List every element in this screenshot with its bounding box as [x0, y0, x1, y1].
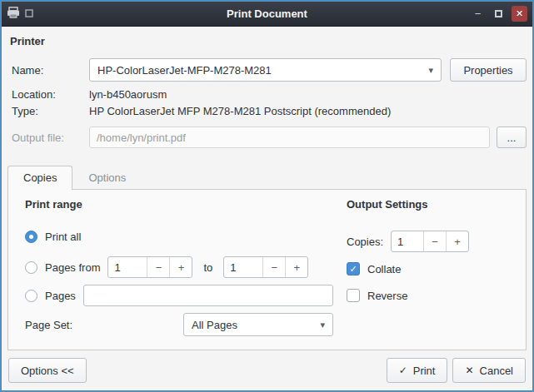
increment-button[interactable]: + — [446, 231, 468, 251]
chevron-down-icon: ▾ — [320, 320, 325, 330]
pages-radio[interactable] — [25, 290, 37, 302]
check-icon: ✓ — [399, 365, 407, 376]
minus-icon: − — [272, 261, 278, 274]
print-button[interactable]: ✓ Print — [387, 358, 448, 383]
pages-from-value: 1 — [114, 261, 120, 274]
printer-location-label: Location: — [7, 88, 89, 101]
browse-button[interactable]: ... — [497, 127, 527, 148]
output-file-input: /home/lyn/print.pdf — [89, 127, 490, 148]
collate-checkbox[interactable]: ✓ — [347, 262, 360, 275]
pages-label: Pages — [45, 290, 76, 302]
decrement-button[interactable]: − — [262, 257, 285, 277]
reverse-row[interactable]: Reverse — [347, 289, 526, 302]
plus-icon: + — [294, 261, 301, 274]
pages-row: Pages — [25, 285, 340, 306]
window-title: Print Document — [2, 7, 532, 20]
plus-icon: + — [178, 261, 185, 274]
copies-row: Copies: 1 − + — [347, 231, 526, 252]
close-icon: ✕ — [516, 9, 523, 18]
cancel-x-icon: ✕ — [465, 365, 473, 376]
pages-to-spinner[interactable]: 1 − + — [223, 256, 308, 278]
increment-button[interactable]: + — [285, 257, 307, 277]
pages-from-row: Pages from 1 − + to 1 — [25, 256, 340, 278]
print-dialog-window: Print Document − ✕ Printer Name: HP-Colo… — [0, 0, 534, 392]
tab-options[interactable]: Options — [72, 166, 142, 190]
collate-row[interactable]: ✓ Collate — [347, 262, 526, 275]
pages-from-radio[interactable] — [25, 261, 37, 274]
tab-bar: Copies Options — [7, 166, 527, 189]
print-all-label: Print all — [45, 231, 81, 243]
plus-icon: + — [454, 236, 461, 248]
output-file-label: Output file: — [7, 131, 89, 144]
chevron-down-icon: ▾ — [428, 65, 433, 76]
maximize-icon — [495, 10, 502, 17]
cancel-button-label: Cancel — [480, 365, 513, 377]
tab-copies[interactable]: Copies — [7, 166, 72, 190]
page-set-row: Page Set: All Pages ▾ — [25, 313, 340, 336]
pages-from-label: Pages from — [45, 261, 100, 274]
minimize-button[interactable]: − — [470, 6, 486, 22]
page-set-select[interactable]: All Pages ▾ — [183, 313, 333, 336]
printer-location-value: lyn-b450aorusm — [89, 88, 167, 101]
options-toggle-button[interactable]: Options << — [8, 358, 87, 383]
pages-input[interactable] — [83, 285, 333, 306]
print-range-group: Print range Print all Pages from 1 − — [8, 190, 340, 350]
printer-name-label: Name: — [7, 64, 89, 77]
page-set-label: Page Set: — [25, 319, 72, 331]
collate-label: Collate — [367, 263, 401, 275]
copies-input[interactable]: 1 — [392, 231, 423, 251]
printer-location-row: Location: lyn-b450aorusm — [7, 88, 527, 101]
to-label: to — [203, 261, 212, 274]
minus-icon: − — [432, 236, 438, 248]
app-menu-icon[interactable] — [25, 7, 33, 20]
copies-tab-panel: Print range Print all Pages from 1 − — [7, 189, 527, 350]
printer-type-label: Type: — [7, 105, 89, 117]
reverse-label: Reverse — [367, 290, 407, 302]
print-all-radio[interactable] — [25, 231, 37, 243]
dialog-content: Printer Name: HP-ColorLaserJet-MFP-M278-… — [2, 27, 532, 390]
properties-button[interactable]: Properties — [450, 58, 527, 82]
output-settings-heading: Output Settings — [347, 198, 526, 211]
maximize-button[interactable] — [491, 6, 507, 22]
minimize-icon: − — [475, 8, 482, 19]
printer-window-icon — [7, 7, 20, 21]
output-file-value: /home/lyn/print.pdf — [97, 131, 186, 144]
copies-spinner[interactable]: 1 − + — [391, 231, 469, 252]
decrement-button[interactable]: − — [147, 257, 169, 277]
copies-value: 1 — [397, 236, 403, 248]
printer-type-row: Type: HP ColorLaserJet MFP M278-M281 Pos… — [7, 105, 527, 117]
pages-to-input[interactable]: 1 — [224, 257, 262, 277]
printer-type-value: HP ColorLaserJet MFP M278-M281 Postscrip… — [89, 105, 391, 117]
printer-section-heading: Printer — [10, 35, 527, 47]
check-icon: ✓ — [349, 265, 357, 274]
output-settings-group: Output Settings Copies: 1 − + — [340, 190, 526, 350]
printer-name-value: HP-ColorLaserJet-MFP-M278-M281 — [97, 64, 272, 77]
dialog-footer: Options << ✓ Print ✕ Cancel — [7, 351, 527, 390]
minus-icon: − — [156, 261, 162, 274]
print-notebook: Copies Options Print range Print all Pag… — [7, 166, 527, 350]
cancel-button[interactable]: ✕ Cancel — [452, 358, 526, 383]
copies-label: Copies: — [347, 236, 383, 248]
print-button-label: Print — [413, 365, 436, 377]
close-button[interactable]: ✕ — [512, 6, 527, 22]
printer-name-row: Name: HP-ColorLaserJet-MFP-M278-M281 ▾ P… — [7, 58, 527, 82]
print-all-row[interactable]: Print all — [25, 231, 340, 243]
output-file-row: Output file: /home/lyn/print.pdf ... — [7, 127, 527, 148]
decrement-button[interactable]: − — [423, 231, 446, 251]
increment-button[interactable]: + — [169, 257, 192, 277]
pages-from-input[interactable]: 1 — [108, 257, 147, 277]
titlebar[interactable]: Print Document − ✕ — [2, 2, 532, 27]
printer-name-select[interactable]: HP-ColorLaserJet-MFP-M278-M281 ▾ — [89, 58, 442, 82]
pages-to-value: 1 — [230, 261, 236, 274]
pages-from-spinner[interactable]: 1 − + — [107, 256, 192, 278]
page-set-value: All Pages — [192, 319, 237, 331]
reverse-checkbox[interactable] — [347, 289, 360, 302]
print-range-heading: Print range — [25, 198, 340, 211]
